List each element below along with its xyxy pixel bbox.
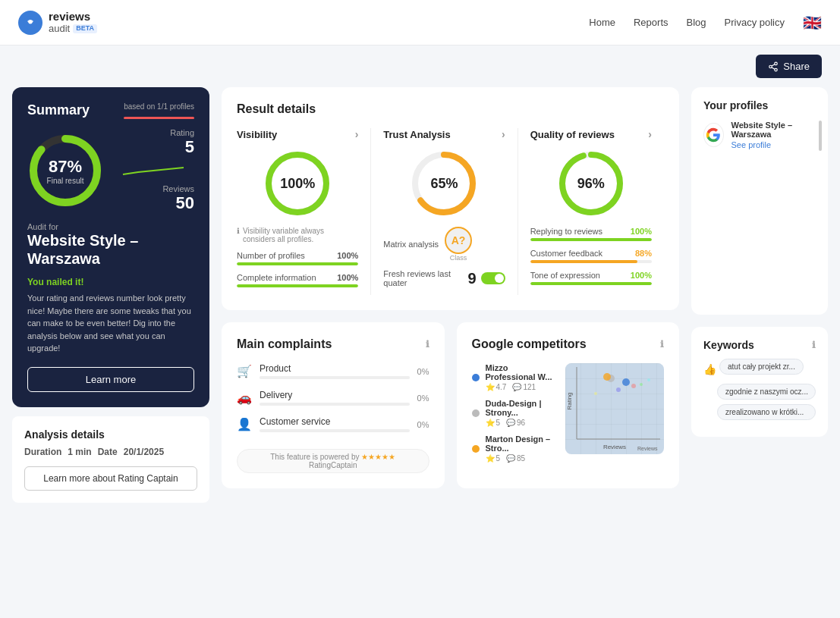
score-label: Final result xyxy=(47,177,84,185)
rating-bar xyxy=(124,117,194,119)
comp-name-2: Duda-Design | Strony... xyxy=(486,399,557,417)
summary-card: Summary based on 1/1 profiles 87% Final … xyxy=(12,87,209,407)
share-button[interactable]: Share xyxy=(756,55,822,78)
trust-arrow[interactable]: › xyxy=(502,128,505,140)
num-profiles-bar xyxy=(237,262,358,265)
nav-blog[interactable]: Blog xyxy=(687,17,706,28)
complaints-card: Main complaints ℹ 🛒 Product 0% 🚗 D xyxy=(222,322,445,488)
trust-column: Trust Analysis › 65% Matrix analysis xyxy=(371,128,518,295)
scrollbar-thumb[interactable] xyxy=(819,121,822,151)
quality-pct: 96% xyxy=(577,176,605,192)
complete-info-bar xyxy=(237,284,358,287)
svg-text:Reviews: Reviews xyxy=(603,444,626,450)
share-label: Share xyxy=(783,61,810,72)
complaint-product: 🛒 Product 0% xyxy=(237,363,429,379)
tone-bar xyxy=(530,282,652,285)
comp-name-1: Mizzo Professional W... xyxy=(486,363,557,381)
quality-col-title: Quality of reviews › xyxy=(530,128,652,140)
complaint-cs-info: Customer service xyxy=(260,416,410,432)
visibility-arrow[interactable]: › xyxy=(355,128,359,140)
svg-point-20 xyxy=(622,378,630,386)
profile-item-1: Website Style – Warszawa See profile xyxy=(703,121,816,149)
competitors-info-icon[interactable]: ℹ xyxy=(660,339,664,350)
quality-column: Quality of reviews › 96% Replying to rev… xyxy=(518,128,664,295)
date-label: Date xyxy=(98,447,118,457)
quality-circle: 96% xyxy=(557,149,625,218)
analysis-title: Analysis details xyxy=(24,428,197,441)
mini-chart xyxy=(112,163,194,178)
comp-stats-2: ⭐ 5 💬 96 xyxy=(486,419,557,427)
delivery-pct: 0% xyxy=(417,394,429,403)
rating-value: 5 xyxy=(112,137,194,157)
comp-info-3: Marton Design – Stro... ⭐ 5 💬 85 xyxy=(486,434,557,463)
center-panel: Result details Visibility › 100% xyxy=(222,87,679,503)
learn-more-button[interactable]: Learn more xyxy=(27,367,194,392)
beta-badge: BETA xyxy=(73,24,97,33)
product-pct: 0% xyxy=(417,367,429,376)
cs-bar xyxy=(260,429,410,432)
result-details-title: Result details xyxy=(237,102,664,116)
complete-info-metric: Complete information 100% xyxy=(237,273,358,287)
main-nav: Home Reports Blog Privacy policy 🇬🇧 xyxy=(589,14,822,32)
google-logo xyxy=(703,123,724,147)
num-profiles-metric: Number of profiles 100% xyxy=(237,251,358,265)
svg-text:Reviews: Reviews xyxy=(637,446,658,451)
nav-privacy[interactable]: Privacy policy xyxy=(725,17,785,28)
keywords-card: Keywords ℹ 👍 atut cały projekt zr... zgo… xyxy=(691,327,828,437)
nailed-it-text: You nailed it! xyxy=(27,277,194,287)
see-profile-link[interactable]: See profile xyxy=(731,140,816,149)
trust-col-title: Trust Analysis › xyxy=(383,128,505,140)
learn-rating-captain-button[interactable]: Learn more about Rating Captain xyxy=(24,466,197,491)
comp-dot-1 xyxy=(472,374,480,381)
comp-name-3: Marton Design – Stro... xyxy=(486,434,557,453)
score-pct: 87% xyxy=(47,157,84,177)
svg-line-5 xyxy=(772,67,775,68)
fresh-toggle[interactable] xyxy=(481,272,505,284)
svg-point-25 xyxy=(616,387,621,392)
bottom-row: Main complaints ℹ 🛒 Product 0% 🚗 D xyxy=(222,322,679,488)
competitor-3: Marton Design – Stro... ⭐ 5 💬 85 xyxy=(472,434,557,463)
delivery-name: Delivery xyxy=(260,390,410,400)
main-content: Summary based on 1/1 profiles 87% Final … xyxy=(0,87,840,515)
company-name: Website Style – Warszawa xyxy=(27,231,194,268)
visibility-circle: 100% xyxy=(263,149,332,218)
comp-info-1: Mizzo Professional W... ⭐ 4.7 💬 121 xyxy=(486,363,557,391)
keywords-info-icon[interactable]: ℹ xyxy=(812,340,816,350)
trust-circle: 65% xyxy=(410,149,478,218)
nav-home[interactable]: Home xyxy=(589,17,615,28)
comp-stats-3: ⭐ 5 💬 85 xyxy=(486,454,557,463)
complaints-info-icon[interactable]: ℹ xyxy=(426,339,429,350)
svg-point-24 xyxy=(640,383,643,386)
complaint-customer-service: 👤 Customer service 0% xyxy=(237,416,429,432)
score-donut: 87% Final result xyxy=(27,133,103,209)
svg-point-26 xyxy=(594,392,597,395)
keyword-tag-1-wrap: 👍 atut cały projekt zr... xyxy=(703,359,816,379)
matrix-badge: A? xyxy=(445,227,472,254)
comp-stats-1: ⭐ 4.7 💬 121 xyxy=(486,383,557,391)
competitors-content: Mizzo Professional W... ⭐ 4.7 💬 121 Duda… xyxy=(472,363,665,470)
right-panel: Your profiles Website Style – xyxy=(691,87,828,503)
svg-point-1 xyxy=(29,20,33,24)
keywords-title: Keywords ℹ xyxy=(703,339,816,351)
fresh-reviews-row: Fresh reviews last quater 9 xyxy=(383,269,505,287)
delivery-icon: 🚗 xyxy=(237,391,252,405)
nav-reports[interactable]: Reports xyxy=(634,17,669,28)
replying-bar xyxy=(530,238,652,241)
replying-metric: Replying to reviews 100% xyxy=(530,227,652,241)
svg-line-6 xyxy=(772,64,775,65)
svg-point-22 xyxy=(603,373,611,381)
competitor-1: Mizzo Professional W... ⭐ 4.7 💬 121 xyxy=(472,363,557,391)
matrix-row: Matrix analysis A? Class xyxy=(383,227,505,262)
language-flag[interactable]: 🇬🇧 xyxy=(803,14,822,32)
quality-arrow[interactable]: › xyxy=(648,128,652,140)
svg-rect-15 xyxy=(565,363,664,454)
product-bar xyxy=(260,376,410,379)
reviews-value: 50 xyxy=(112,193,194,213)
fresh-val: 9 xyxy=(468,270,477,287)
comp-dot-3 xyxy=(472,445,480,453)
profile-info-1: Website Style – Warszawa See profile xyxy=(731,121,816,149)
rating-block: Rating 5 xyxy=(112,128,194,157)
logo-reviews-text: reviews xyxy=(49,11,97,24)
competitor-2: Duda-Design | Strony... ⭐ 5 💬 96 xyxy=(472,399,557,427)
comp-info-2: Duda-Design | Strony... ⭐ 5 💬 96 xyxy=(486,399,557,427)
